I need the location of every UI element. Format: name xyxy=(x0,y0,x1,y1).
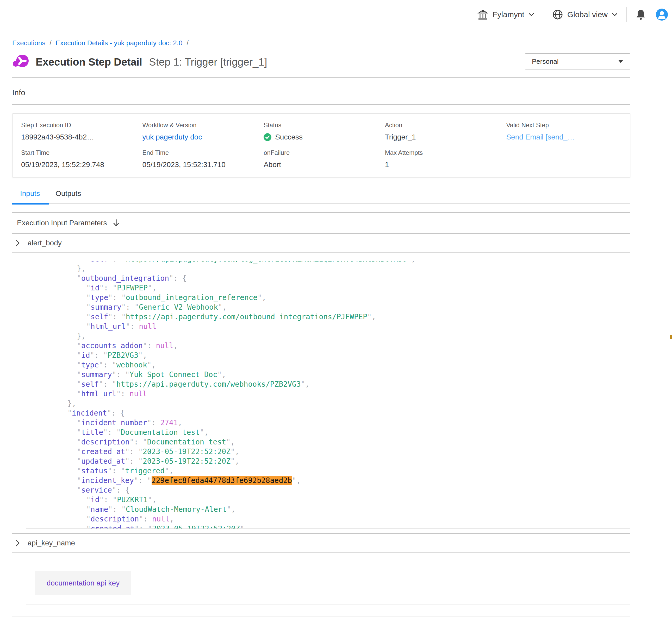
field-label: Valid Next Step xyxy=(506,121,627,129)
breadcrumb-separator: / xyxy=(186,39,188,47)
chevron-down-icon xyxy=(528,13,534,16)
active-tab-underline xyxy=(12,203,49,205)
info-card: Step Execution ID 18992a43-9538-4b2… Wor… xyxy=(12,113,630,178)
field-end-time: End Time 05/19/2023, 15:52:31.710 xyxy=(143,149,264,169)
field-value: 05/19/2023, 15:52:31.710 xyxy=(143,161,264,169)
breadcrumb-link-executions[interactable]: Executions xyxy=(12,39,45,47)
tab-inputs[interactable]: Inputs xyxy=(20,189,40,198)
notifications-button[interactable] xyxy=(636,9,646,20)
globe-icon xyxy=(552,9,563,20)
field-max-attempts: Max Attempts 1 xyxy=(385,149,506,169)
divider xyxy=(12,252,630,253)
alert-body-expander[interactable]: alert_body xyxy=(12,234,630,252)
next-step-link[interactable]: Send Email [send_… xyxy=(506,133,627,141)
field-label: onFailure xyxy=(264,149,385,157)
execution-input-parameters-row: Execution Input Parameters xyxy=(12,213,630,233)
tab-bar: Inputs Outputs xyxy=(12,189,630,204)
field-label: Start Time xyxy=(21,149,143,157)
page-subtitle: Step 1: Trigger [trigger_1] xyxy=(149,56,267,68)
status-badge: Success xyxy=(264,133,385,141)
view-switcher[interactable]: Global view xyxy=(552,9,617,20)
scrollbar-find-marker xyxy=(670,335,672,339)
breadcrumb-link-execution-details[interactable]: Execution Details - yuk pagerduty doc: 2… xyxy=(56,39,182,47)
api-key-name-value-box: documentation api key xyxy=(26,562,630,605)
api-key-value-expander[interactable]: api_key_value xyxy=(12,616,630,618)
download-icon[interactable] xyxy=(113,219,119,227)
breadcrumb: Executions / Execution Details - yuk pag… xyxy=(12,39,630,47)
field-onfailure: onFailure Abort xyxy=(264,149,385,169)
divider xyxy=(12,104,630,105)
api-key-name-chip: documentation api key xyxy=(35,571,131,595)
api-key-name-expander[interactable]: api_key_name xyxy=(12,534,630,552)
main-content: Executions / Execution Details - yuk pag… xyxy=(12,29,630,618)
field-workflow-version: Workflow & Version yuk pagerduty doc xyxy=(143,121,264,141)
field-action: Action Trigger_1 xyxy=(385,121,506,141)
scope-select[interactable]: Personal xyxy=(525,54,630,70)
field-label: Workflow & Version xyxy=(143,121,264,129)
divider xyxy=(12,77,630,78)
chevron-down-icon xyxy=(612,13,617,16)
alert-body-label: alert_body xyxy=(27,239,62,247)
topbar-divider xyxy=(543,7,543,22)
field-value: Abort xyxy=(264,161,385,169)
api-key-name-label: api_key_name xyxy=(27,539,75,547)
field-start-time: Start Time 05/19/2023, 15:52:29.748 xyxy=(21,149,143,169)
scope-select-value: Personal xyxy=(532,58,559,66)
chevron-right-icon xyxy=(15,539,20,547)
chevron-right-icon xyxy=(15,239,20,247)
caret-down-icon xyxy=(618,60,623,63)
view-name: Global view xyxy=(567,10,608,19)
field-value: 18992a43-9538-4b2… xyxy=(21,133,143,141)
tab-outputs[interactable]: Outputs xyxy=(56,189,81,198)
breadcrumb-separator: / xyxy=(50,39,51,47)
field-value: 1 xyxy=(385,161,506,169)
top-navigation-bar: Fylamynt Global view xyxy=(0,0,672,29)
field-step-execution-id: Step Execution ID 18992a43-9538-4b2… xyxy=(21,121,143,141)
user-avatar[interactable] xyxy=(656,9,668,20)
field-value: Trigger_1 xyxy=(385,133,506,141)
field-label: Max Attempts xyxy=(385,149,506,157)
topbar-divider xyxy=(626,7,627,22)
field-label: Action xyxy=(385,121,506,129)
field-value: 05/19/2023, 15:52:29.748 xyxy=(21,161,143,169)
bell-icon xyxy=(636,9,646,20)
field-status: Status Success xyxy=(264,121,385,141)
page-title: Execution Step Detail xyxy=(36,56,142,68)
json-code-viewer[interactable]: "self": "https://api.pagerduty.com/log_e… xyxy=(26,261,630,529)
field-valid-next-step: Valid Next Step Send Email [send_… xyxy=(506,121,627,141)
execution-input-parameters-label: Execution Input Parameters xyxy=(17,219,107,227)
field-label: Step Execution ID xyxy=(21,121,143,129)
workflow-link[interactable]: yuk pagerduty doc xyxy=(143,133,264,141)
bank-icon xyxy=(478,9,488,20)
field-label: Status xyxy=(264,121,385,129)
divider xyxy=(12,552,630,553)
org-switcher[interactable]: Fylamynt xyxy=(478,9,534,20)
org-name: Fylamynt xyxy=(493,10,524,19)
code-content: "self": "https://api.pagerduty.com/log_e… xyxy=(26,261,630,529)
info-heading: Info xyxy=(12,88,630,97)
workflow-logo-icon xyxy=(12,54,29,70)
page-header: Execution Step Detail Step 1: Trigger [t… xyxy=(12,54,630,71)
field-label: End Time xyxy=(143,149,264,157)
success-check-icon xyxy=(264,133,271,141)
status-text: Success xyxy=(275,133,303,141)
